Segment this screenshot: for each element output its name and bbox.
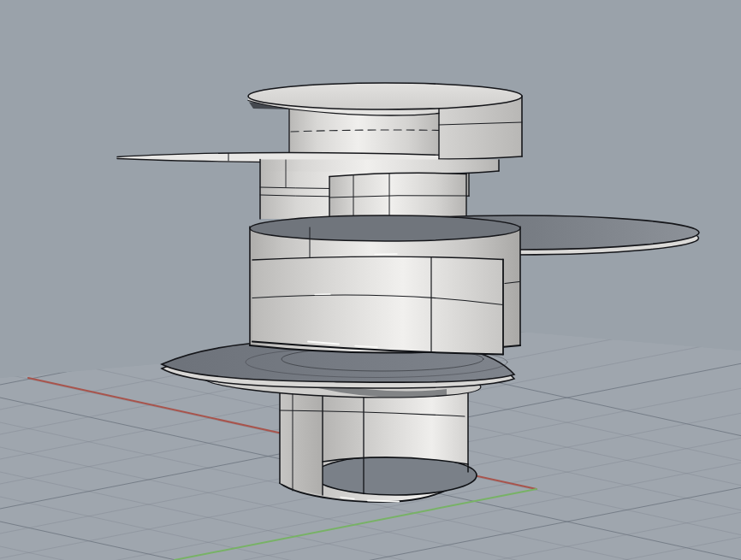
edge-highlight <box>315 294 330 295</box>
cad-viewport[interactable] <box>0 0 741 560</box>
viewport-canvas[interactable] <box>0 0 741 560</box>
pedestal-cylinder[interactable] <box>280 388 477 502</box>
top-drum-top-face <box>248 83 522 109</box>
mid-cylinder-top-face <box>250 215 520 241</box>
pedestal-front-wall <box>323 388 468 464</box>
pedestal-left-wall <box>280 388 323 495</box>
inner-front-cylinder[interactable] <box>329 173 466 215</box>
rim-highlight <box>368 501 399 502</box>
mid-cylinder[interactable] <box>250 215 520 355</box>
edge-highlight <box>375 254 397 255</box>
mid-cylinder-front-panel <box>252 256 503 354</box>
